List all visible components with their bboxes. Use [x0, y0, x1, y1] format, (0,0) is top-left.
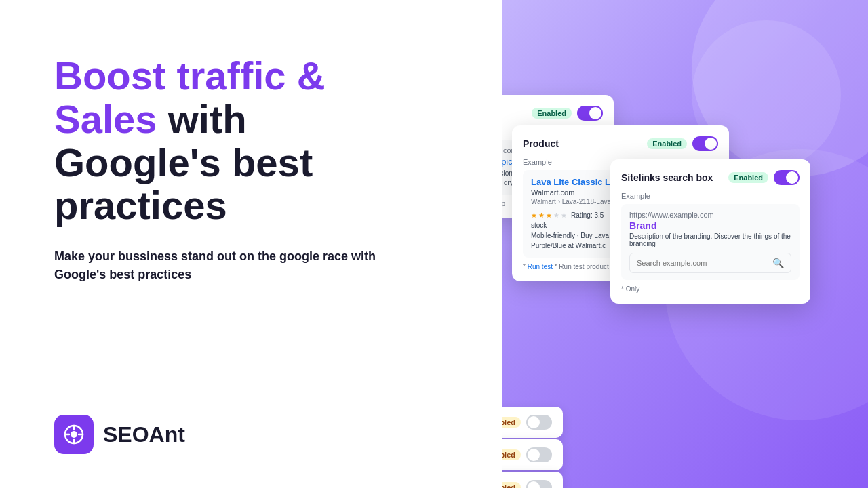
- product-stars: ★ ★ ★ ★ ★ Rating: 3.5 - 60: [531, 211, 617, 219]
- brand-desc: Description of the branding. Discover th…: [629, 232, 791, 247]
- sitelinks-card: Sitelinks search box Enabled Example htt…: [610, 159, 810, 304]
- sitelinks-title: Sitelinks search box: [621, 172, 713, 183]
- article-toggle[interactable]: [526, 415, 552, 430]
- search-input[interactable]: [637, 259, 767, 267]
- breadcrumb-toggle[interactable]: [577, 106, 603, 121]
- collection-toggle-knob: [528, 449, 540, 461]
- article-right: Disabled: [502, 415, 552, 430]
- star3: ★: [546, 211, 552, 219]
- product-toggle[interactable]: [692, 136, 718, 151]
- sitelinks-toggle-knob: [786, 171, 798, 184]
- sitelinks-toggle[interactable]: [774, 170, 800, 185]
- star4: ★: [553, 211, 559, 219]
- breadcrumb-header-right: Enabled: [532, 106, 603, 121]
- breadcrumb-toggle-knob: [589, 107, 601, 119]
- product-badge: Enabled: [647, 138, 687, 149]
- hero-section: Boost traffic & Sales with Google's best…: [54, 34, 461, 415]
- brand-logo: SEOAnt: [54, 415, 461, 454]
- sitelinks-header: Sitelinks search box Enabled: [621, 170, 800, 185]
- logo-text: SEOAnt: [103, 422, 185, 447]
- right-panel: Breadcrumb Enabled Example https://www.e…: [502, 0, 868, 488]
- product-header: Product Enabled: [523, 136, 718, 151]
- star5: ★: [561, 211, 567, 219]
- article-badge: Disabled: [502, 417, 521, 428]
- article-card: Article Disabled: [502, 407, 563, 438]
- article-toggle-knob: [528, 416, 540, 428]
- blog-toggle[interactable]: [526, 480, 552, 488]
- breadcrumb-badge: Enabled: [532, 108, 572, 119]
- svg-point-1: [71, 431, 77, 438]
- blog-right: Disabled: [502, 480, 552, 488]
- collection-badge: Disabled: [502, 449, 521, 460]
- product-title-label: Product: [523, 138, 559, 149]
- sitelinks-header-right: Enabled: [728, 170, 800, 185]
- sitelinks-badge: Enabled: [728, 172, 768, 183]
- brand-link: Brand: [629, 220, 791, 231]
- left-panel: Boost traffic & Sales with Google's best…: [0, 0, 502, 488]
- product-run-test[interactable]: Run test: [528, 263, 553, 270]
- collection-card: Collection Disabled: [502, 439, 563, 470]
- hero-title-purple: Sales: [54, 97, 157, 141]
- hero-subtitle: Make your bussiness stand out on the goo…: [54, 247, 380, 284]
- hero-title-line4: practices: [54, 183, 227, 227]
- hero-title-line3: Google's best: [54, 140, 313, 184]
- search-icon: 🔍: [772, 258, 784, 268]
- product-toggle-knob: [705, 138, 717, 150]
- blog-card: Blog Disabled: [502, 472, 563, 488]
- blog-toggle-knob: [528, 481, 540, 488]
- blog-badge: Disabled: [502, 482, 521, 488]
- logo-icon: [54, 415, 94, 454]
- star2: ★: [538, 211, 545, 219]
- collection-toggle[interactable]: [526, 447, 552, 462]
- breadcrumb-header: Breadcrumb Enabled: [502, 106, 603, 121]
- collection-right: Disabled: [502, 447, 552, 462]
- hero-title: Boost traffic & Sales with Google's best…: [54, 54, 461, 227]
- sitelinks-url: https://www.example.com: [629, 211, 791, 219]
- seoant-icon: [62, 423, 85, 446]
- sitelinks-bottom-note: * Only: [621, 285, 800, 293]
- search-bar: 🔍: [629, 253, 791, 273]
- star1: ★: [531, 211, 537, 219]
- hero-title-line1: Boost traffic &: [54, 54, 326, 98]
- sitelinks-section-label: Example: [621, 192, 800, 200]
- hero-title-dark: with: [157, 97, 247, 141]
- product-header-right: Enabled: [647, 136, 718, 151]
- sitelinks-example: https://www.example.com Brand Descriptio…: [621, 204, 800, 280]
